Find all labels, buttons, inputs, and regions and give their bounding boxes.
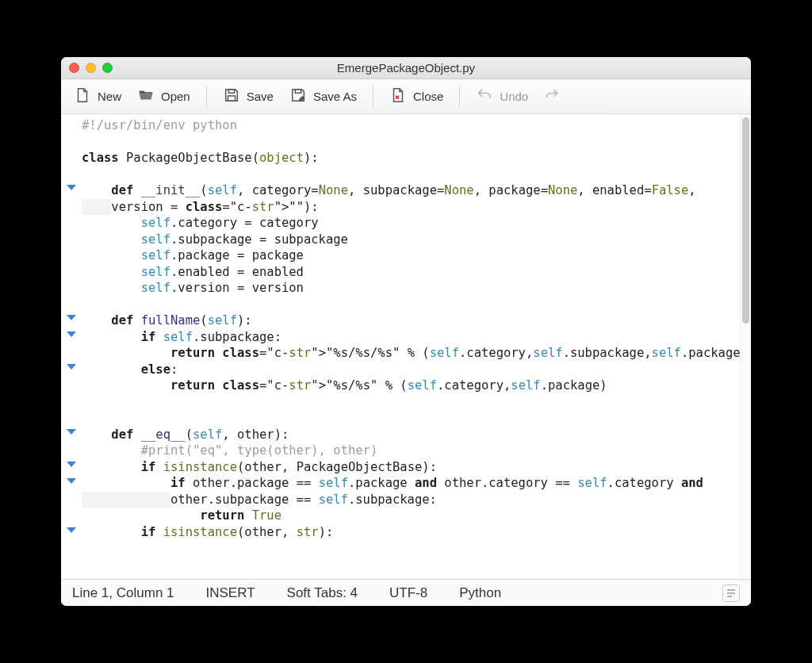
minimize-window-button[interactable] (86, 63, 96, 73)
fold-marker[interactable] (67, 364, 76, 370)
folder-open-icon (137, 86, 155, 106)
fold-marker[interactable] (67, 185, 76, 190)
save-as-button[interactable]: Save As (282, 83, 365, 109)
encoding[interactable]: UTF-8 (389, 585, 427, 601)
save-as-icon (289, 86, 307, 106)
vertical-scrollbar[interactable] (740, 114, 751, 579)
language-mode[interactable]: Python (459, 585, 501, 601)
fold-marker[interactable] (67, 315, 76, 320)
open-button[interactable]: Open (129, 83, 198, 109)
toolbar: New Open Save (61, 79, 751, 114)
undo-button[interactable]: Undo (468, 83, 536, 109)
toolbar-separator (206, 86, 207, 108)
open-label: Open (161, 90, 190, 103)
new-file-icon (74, 86, 91, 106)
save-as-label: Save As (313, 90, 357, 103)
svg-rect-1 (228, 96, 235, 101)
save-icon (223, 86, 240, 106)
code-editor[interactable]: #!/usr/bin/env python class PackageObjec… (82, 114, 740, 579)
fold-marker[interactable] (67, 527, 76, 533)
close-label: Close (413, 90, 443, 103)
new-button[interactable]: New (66, 83, 129, 109)
redo-icon (544, 87, 560, 105)
fold-gutter[interactable] (61, 114, 82, 579)
svg-rect-0 (228, 90, 234, 94)
new-label: New (98, 90, 121, 103)
fold-marker[interactable] (67, 429, 76, 435)
edit-mode[interactable]: INSERT (206, 585, 255, 601)
close-window-button[interactable] (69, 63, 79, 73)
statusbar: Line 1, Column 1 INSERT Soft Tabs: 4 UTF… (61, 579, 751, 606)
save-button[interactable]: Save (215, 83, 282, 109)
editor-area: #!/usr/bin/env python class PackageObjec… (61, 114, 751, 579)
titlebar: EmergePackageObject.py (61, 57, 751, 79)
cursor-position[interactable]: Line 1, Column 1 (72, 585, 174, 601)
redo-button[interactable] (536, 84, 568, 109)
close-button[interactable]: Close (381, 83, 451, 109)
options-icon[interactable] (722, 584, 740, 602)
svg-rect-2 (295, 90, 301, 94)
save-label: Save (247, 90, 274, 103)
window-controls (69, 63, 113, 73)
toolbar-separator (373, 86, 373, 108)
indent-mode[interactable]: Soft Tabs: 4 (287, 585, 358, 601)
undo-icon (476, 86, 493, 106)
fold-marker[interactable] (67, 462, 76, 467)
maximize-window-button[interactable] (102, 63, 113, 73)
editor-window: EmergePackageObject.py New Open (61, 57, 751, 606)
undo-label: Undo (500, 90, 528, 103)
window-title: EmergePackageObject.py (61, 61, 751, 75)
fold-marker[interactable] (67, 332, 76, 337)
fold-marker[interactable] (67, 478, 76, 484)
close-file-icon (389, 86, 407, 106)
scroll-thumb[interactable] (742, 117, 749, 324)
toolbar-separator (459, 86, 460, 108)
